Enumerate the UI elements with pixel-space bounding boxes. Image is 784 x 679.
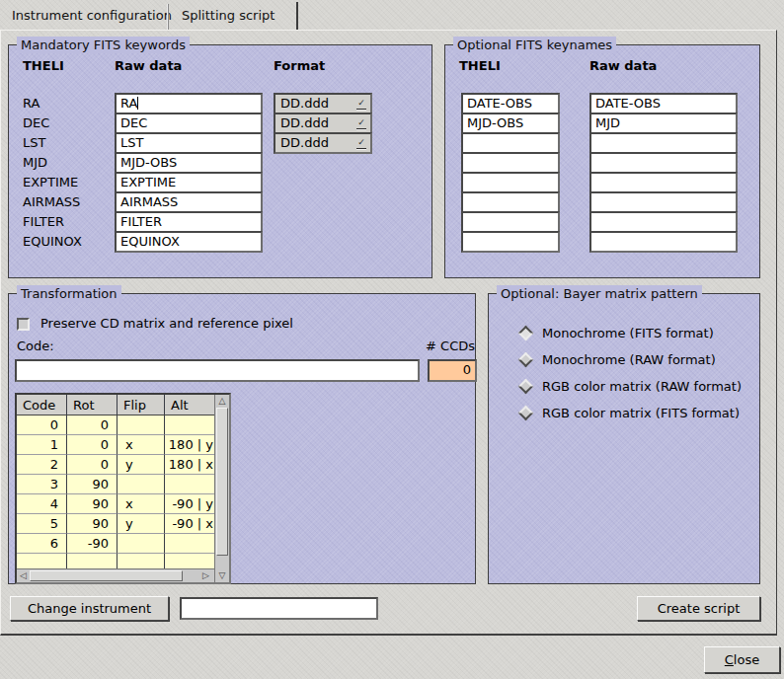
table-row[interactable]: 4 90 x -90 | y bbox=[17, 494, 214, 514]
vertical-scroll-thumb[interactable] bbox=[216, 408, 228, 556]
cell-rot: 0 bbox=[67, 455, 118, 475]
radio-label: Monochrome (RAW format) bbox=[542, 352, 716, 367]
scroll-up-icon[interactable]: △ bbox=[215, 395, 229, 408]
cell-rot bbox=[67, 554, 118, 568]
optional-theli-input-6[interactable] bbox=[461, 191, 560, 213]
optional-raw-input-7[interactable] bbox=[589, 211, 738, 233]
optional-theli-input-8[interactable] bbox=[461, 231, 560, 253]
label-filter: FILTER bbox=[23, 211, 64, 233]
optional-raw-input-1[interactable]: DATE-OBS bbox=[589, 93, 738, 114]
cell-rot: -90 bbox=[67, 534, 118, 554]
cell-alt bbox=[165, 475, 214, 494]
optional-raw-input-8[interactable] bbox=[589, 231, 738, 253]
table-row[interactable] bbox=[17, 554, 214, 568]
tab-splitting-script[interactable]: Splitting script bbox=[170, 2, 298, 30]
cell-alt: 180 | y bbox=[165, 435, 214, 455]
rotation-code-table[interactable]: Code Rot Flip Alt 0 0 1 0 x 180 | y bbox=[15, 393, 231, 584]
vertical-scrollbar[interactable]: △ ▽ bbox=[214, 395, 229, 582]
optional-raw-input-5[interactable] bbox=[589, 172, 738, 193]
optional-raw-input-2[interactable]: MJD bbox=[589, 113, 738, 134]
cell-code bbox=[17, 554, 67, 568]
ccds-label: # CCDs bbox=[408, 339, 475, 353]
optional-theli-input-4[interactable] bbox=[461, 152, 560, 174]
label-airmass: AIRMASS bbox=[23, 191, 80, 213]
optional-raw-input-4[interactable] bbox=[589, 152, 738, 174]
table-row[interactable]: 0 0 bbox=[17, 415, 214, 435]
input-exptime[interactable]: EXPTIME bbox=[115, 172, 263, 193]
cell-flip: x bbox=[118, 435, 165, 455]
group-title: Optional FITS keynames bbox=[453, 37, 616, 53]
cell-alt: -90 | x bbox=[165, 514, 214, 534]
tab-bar: Instrument configuration Splitting scrip… bbox=[0, 0, 784, 30]
close-button[interactable]: Close bbox=[704, 646, 780, 673]
splitting-script-dialog: Instrument configuration Splitting scrip… bbox=[0, 0, 784, 679]
optional-raw-input-6[interactable] bbox=[589, 191, 738, 213]
preserve-cd-matrix-label: Preserve CD matrix and reference pixel bbox=[40, 316, 293, 331]
optional-theli-input-7[interactable] bbox=[461, 211, 560, 233]
table-row[interactable]: 1 0 x 180 | y bbox=[17, 435, 214, 455]
input-dec[interactable]: DEC bbox=[115, 113, 263, 134]
optional-theli-input-1[interactable]: DATE-OBS bbox=[461, 93, 560, 114]
column-header-format: Format bbox=[274, 58, 325, 73]
format-dropdown-lst[interactable]: DD.ddd✓ bbox=[274, 132, 372, 154]
radio-diamond-icon bbox=[518, 379, 534, 395]
input-lst[interactable]: LST bbox=[115, 132, 263, 154]
cell-rot: 90 bbox=[67, 475, 118, 494]
scroll-left-icon[interactable]: ◁ bbox=[17, 569, 30, 582]
input-airmass[interactable]: AIRMASS bbox=[115, 191, 263, 213]
radio-monochrome-raw[interactable]: Monochrome (RAW format) bbox=[489, 350, 759, 370]
cell-code: 6 bbox=[17, 534, 67, 554]
radio-label: RGB color matrix (FITS format) bbox=[542, 406, 740, 420]
preserve-cd-matrix-checkbox[interactable] bbox=[17, 318, 30, 331]
radio-label: RGB color matrix (RAW format) bbox=[542, 379, 742, 394]
combo-tick-icon: ✓ bbox=[356, 117, 366, 129]
group-bayer-matrix-pattern: Optional: Bayer matrix pattern Monochrom… bbox=[488, 293, 760, 584]
input-equinox[interactable]: EQUINOX bbox=[115, 231, 263, 253]
table-row[interactable]: 5 90 y -90 | x bbox=[17, 514, 214, 534]
optional-raw-input-3[interactable] bbox=[589, 132, 738, 154]
table-row[interactable]: 6 -90 bbox=[17, 534, 214, 554]
input-ra[interactable]: RA bbox=[115, 93, 263, 114]
column-header-raw-data: Raw data bbox=[589, 58, 657, 73]
optional-theli-input-5[interactable] bbox=[461, 172, 560, 193]
input-mjd[interactable]: MJD-OBS bbox=[115, 152, 263, 174]
cell-flip bbox=[118, 475, 165, 494]
label-dec: DEC bbox=[23, 113, 49, 134]
label-equinox: EQUINOX bbox=[23, 231, 82, 253]
optional-theli-input-2[interactable]: MJD-OBS bbox=[461, 113, 560, 134]
horizontal-scrollbar[interactable]: ◁ ▷ bbox=[17, 568, 214, 582]
tab-instrument-configuration[interactable]: Instrument configuration bbox=[0, 2, 184, 30]
instrument-name-input[interactable] bbox=[180, 597, 378, 620]
cell-rot: 90 bbox=[67, 494, 118, 514]
optional-theli-input-3[interactable] bbox=[461, 132, 560, 154]
ccds-count-field: 0 bbox=[428, 359, 477, 382]
format-dropdown-dec[interactable]: DD.ddd✓ bbox=[274, 113, 372, 134]
horizontal-scroll-thumb[interactable] bbox=[30, 570, 183, 581]
column-header-theli: THELI bbox=[459, 58, 501, 73]
cell-rot: 90 bbox=[67, 514, 118, 534]
header-rot: Rot bbox=[67, 395, 118, 415]
format-dropdown-ra[interactable]: DD.ddd✓ bbox=[274, 93, 372, 114]
table-row[interactable]: 2 0 y 180 | x bbox=[17, 455, 214, 475]
column-header-theli: THELI bbox=[23, 58, 64, 73]
radio-rgb-fits[interactable]: RGB color matrix (FITS format) bbox=[489, 404, 759, 423]
group-mandatory-fits-keywords: Mandatory FITS keywords THELI Raw data F… bbox=[8, 44, 432, 278]
cell-alt: -90 | y bbox=[165, 494, 214, 514]
radio-diamond-icon bbox=[518, 406, 534, 421]
radio-diamond-icon bbox=[518, 326, 534, 341]
radio-monochrome-fits[interactable]: Monochrome (FITS format) bbox=[489, 324, 759, 343]
table-header-row: Code Rot Flip Alt bbox=[17, 395, 214, 415]
label-lst: LST bbox=[23, 132, 45, 154]
radio-diamond-icon bbox=[518, 352, 534, 368]
scroll-right-icon[interactable]: ▷ bbox=[199, 569, 212, 582]
cell-flip: x bbox=[118, 494, 165, 514]
create-script-button[interactable]: Create script bbox=[637, 596, 760, 621]
group-title: Transformation bbox=[17, 285, 121, 302]
input-filter[interactable]: FILTER bbox=[115, 211, 263, 233]
table-row[interactable]: 3 90 bbox=[17, 475, 214, 494]
change-instrument-button[interactable]: Change instrument bbox=[10, 596, 169, 621]
code-input[interactable] bbox=[15, 359, 420, 382]
radio-rgb-raw[interactable]: RGB color matrix (RAW format) bbox=[489, 377, 759, 397]
code-label: Code: bbox=[17, 339, 54, 353]
scroll-down-icon[interactable]: ▽ bbox=[215, 569, 229, 582]
